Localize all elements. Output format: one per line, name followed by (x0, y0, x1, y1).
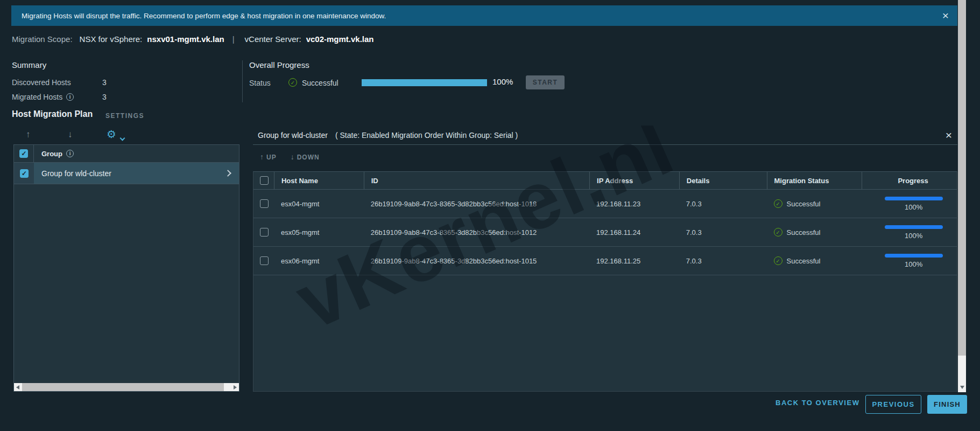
info-icon[interactable]: i (66, 93, 74, 101)
migration-status-cell: ✓ Successful (767, 218, 862, 246)
status-value: Successful (302, 79, 339, 87)
info-icon[interactable]: i (66, 150, 74, 157)
groups-panel: Group i Group for wld-cluster (13, 144, 239, 392)
id-header: ID (364, 172, 589, 189)
vcenter-value: vc02-mgmt.vk.lan (306, 34, 374, 44)
discovered-hosts-value: 3 (102, 78, 107, 87)
migrated-hosts-label: Migrated Hosts (12, 93, 62, 101)
scroll-down-icon[interactable] (960, 386, 964, 389)
group-checkbox[interactable] (20, 169, 29, 178)
check-circle-icon: ✓ (288, 78, 297, 87)
host-checkbox[interactable] (260, 256, 269, 265)
summary-section: Summary Discovered Hosts 3 Migrated Host… (12, 60, 238, 104)
host-checkbox[interactable] (260, 228, 269, 237)
host-details-cell: 7.0.3 (679, 218, 767, 246)
details-header: Details (679, 172, 767, 189)
overall-progress-bar (362, 79, 487, 86)
group-row[interactable]: Group for wld-cluster (14, 163, 239, 184)
host-checkbox[interactable] (260, 199, 269, 208)
chevron-right-icon (224, 170, 231, 177)
overall-progress-title: Overall Progress (249, 60, 626, 69)
up-button[interactable]: ↑UP (260, 152, 277, 161)
nsx-label: NSX for vSphere: (80, 34, 143, 44)
host-ip-cell: 192.168.11.25 (589, 247, 679, 275)
select-all-cell (14, 145, 34, 162)
table-row[interactable]: esx04-mgmt 26b19109-9ab8-47c3-8365-3d82b… (253, 190, 957, 218)
host-details-cell: 7.0.3 (679, 190, 767, 218)
migration-status-cell: ✓ Successful (767, 247, 862, 275)
host-checkbox-cell (253, 247, 274, 275)
migration-scope-label: Migration Scope: (12, 34, 73, 44)
settings-link[interactable]: SETTINGS (105, 112, 144, 120)
back-to-overview-button[interactable]: BACK TO OVERVIEW (775, 399, 859, 407)
summary-title: Summary (12, 60, 238, 69)
host-name-cell: esx06-mgmt (274, 247, 364, 275)
host-progress-percent: 100% (905, 260, 922, 268)
hosts-table-header: Host Name ID IP Address Details Migratio… (253, 172, 957, 190)
group-detail-header: Group for wld-cluster ( State: Enabled M… (253, 126, 957, 145)
host-progress-bar (885, 197, 943, 200)
group-name: Group for wld-cluster (34, 169, 225, 178)
check-circle-icon: ✓ (774, 256, 782, 265)
move-group-up-icon[interactable]: ↑ (26, 129, 31, 140)
group-column-label: Group (41, 150, 62, 158)
down-button[interactable]: ↓DOWN (291, 152, 320, 161)
host-name-cell: esx04-mgmt (274, 190, 364, 218)
table-row[interactable]: esx06-mgmt 26b19109-9ab8-47c3-8365-3d82b… (253, 247, 957, 275)
down-label: DOWN (297, 154, 320, 161)
overall-progress-fill (362, 79, 487, 86)
select-all-hosts-cell (253, 172, 274, 189)
host-order-toolbar: ↑UP ↓DOWN (260, 152, 320, 161)
overall-progress-section: Overall Progress Status ✓ Successful 100… (249, 60, 626, 98)
host-checkbox-cell (253, 190, 274, 218)
host-id-cell: 26b19109-9ab8-47c3-8365-3d82bb3c56ed:hos… (364, 247, 589, 275)
status-label: Status (249, 79, 271, 87)
check-circle-icon: ✓ (774, 228, 782, 237)
nsx-value: nsxv01-mgmt.vk.lan (147, 34, 224, 44)
host-id-cell: 26b19109-9ab8-47c3-8365-3d82bb3c56ed:hos… (364, 218, 589, 246)
gear-icon[interactable]: ⚙ (107, 128, 116, 141)
close-icon[interactable]: × (942, 10, 949, 21)
hosts-table-filler (253, 275, 957, 391)
close-icon[interactable]: × (946, 130, 952, 140)
migration-status-cell: ✓ Successful (767, 190, 862, 218)
host-progress-percent: 100% (905, 232, 922, 240)
scroll-right-icon[interactable] (234, 385, 237, 390)
migrated-hosts-row: Migrated Hosts i 3 (12, 89, 238, 104)
progress-cell: 100% (862, 190, 957, 218)
chevron-down-icon[interactable] (121, 133, 124, 142)
host-checkbox-cell (253, 218, 274, 246)
group-detail-info: ( State: Enabled Migration Order Within … (335, 131, 518, 140)
hosts-table: Host Name ID IP Address Details Migratio… (253, 171, 957, 392)
host-progress-percent: 100% (905, 203, 922, 211)
vertical-scrollbar[interactable] (958, 0, 966, 392)
up-arrow-icon: ↑ (260, 152, 264, 161)
overall-progress-percent: 100% (492, 77, 513, 86)
progress-cell: 100% (862, 218, 957, 246)
select-all-checkbox[interactable] (19, 149, 28, 158)
select-all-hosts-checkbox[interactable] (260, 176, 269, 185)
migration-status-text: Successful (787, 228, 821, 237)
migrated-hosts-value: 3 (102, 93, 107, 101)
scroll-left-icon[interactable] (16, 385, 19, 390)
migration-status-text: Successful (787, 257, 821, 265)
vertical-scrollbar-thumb[interactable] (958, 0, 966, 356)
host-progress-bar (885, 254, 943, 258)
host-name-header: Host Name (274, 172, 364, 189)
vcenter-label: vCenter Server: (245, 34, 301, 44)
migration-scope-bar: Migration Scope: NSX for vSphere: nsxv01… (12, 34, 374, 44)
move-group-down-icon[interactable]: ↓ (68, 129, 73, 140)
host-ip-cell: 192.168.11.24 (589, 218, 679, 246)
host-name-cell: esx05-mgmt (274, 218, 364, 246)
horizontal-scrollbar-thumb[interactable] (22, 383, 224, 391)
start-button[interactable]: START (526, 75, 565, 89)
host-ip-cell: 192.168.11.23 (589, 190, 679, 218)
horizontal-scrollbar[interactable] (14, 383, 239, 391)
host-progress-bar (885, 225, 943, 229)
previous-button[interactable]: PREVIOUS (865, 395, 921, 414)
finish-button[interactable]: FINISH (927, 395, 967, 414)
info-banner: Migrating Hosts will disrupt the traffic… (11, 5, 957, 26)
page-title: Host Migration Plan (12, 109, 93, 119)
discovered-hosts-row: Discovered Hosts 3 (12, 75, 238, 89)
table-row[interactable]: esx05-mgmt 26b19109-9ab8-47c3-8365-3d82b… (253, 218, 957, 247)
